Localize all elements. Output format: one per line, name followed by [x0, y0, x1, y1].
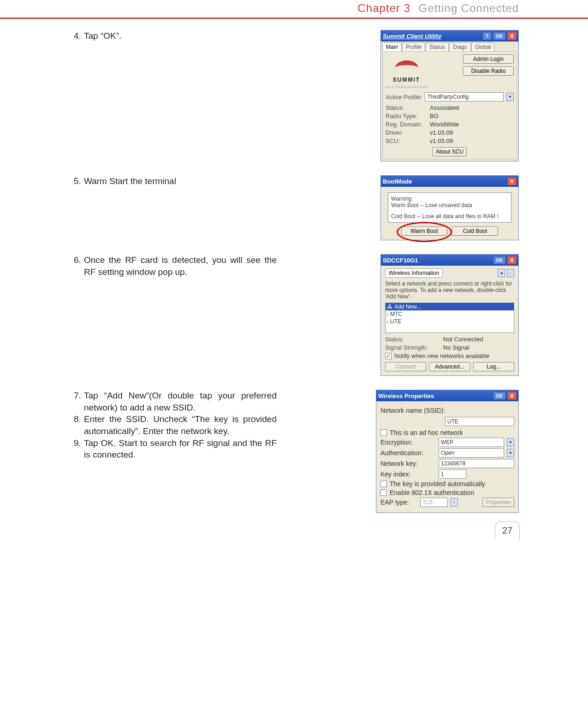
list-item-label: MTC: [390, 311, 402, 317]
tab-diags[interactable]: Diags: [449, 42, 471, 51]
step-7-row: 7. Tap “Add New”(Or double tap your pref…: [74, 390, 519, 513]
logo-subtext: DATA COMMUNICATIONS: [386, 86, 428, 89]
close-button[interactable]: X: [507, 32, 517, 40]
key-index-label: Key index:: [380, 470, 436, 478]
ok-button[interactable]: OK: [493, 392, 506, 400]
add-icon: 🖧: [387, 303, 392, 310]
about-scu-button[interactable]: About SCU: [433, 147, 467, 156]
summit-logo: [388, 54, 425, 74]
notify-label: Notify when new networks available: [394, 352, 489, 359]
adhoc-label: This is an ad hoc network: [390, 429, 463, 436]
signal-label: Signal Strength:: [385, 344, 440, 351]
step-4-row: 4. Tap “OK”. Summit Client Utility ? OK …: [74, 30, 519, 161]
network-list[interactable]: 🖧 Add New... 𝗂 MTC 𝗂 UTE: [385, 303, 514, 333]
chapter-label: Chapter 3: [357, 2, 410, 15]
connect-button[interactable]: Connect: [385, 362, 426, 371]
authentication-label: Authentication:: [380, 449, 436, 457]
wireless-properties-window: Wireless Properties OK X Network name (S…: [376, 390, 519, 513]
chapter-title: Getting Connected: [419, 2, 519, 15]
active-profile-label: Active Profile:: [386, 94, 422, 101]
bootmode-window: BootMode X Warning: Warm Boot -- Lose un…: [380, 175, 519, 240]
logo-text: SUMMIT: [393, 77, 420, 83]
driver-label: Driver:: [386, 129, 427, 136]
admin-login-button[interactable]: Admin Login: [463, 54, 514, 64]
sdccf-titlebar[interactable]: SDCCF10G1 OK X: [381, 255, 518, 266]
step-text: Tap “Add New”(Or double tap your preferr…: [84, 390, 277, 413]
ssid-field[interactable]: UTE: [445, 417, 514, 426]
auto-key-checkbox[interactable]: [380, 481, 387, 487]
window-title: BootMode: [383, 178, 506, 185]
close-button[interactable]: X: [507, 177, 517, 185]
sdccf-window: SDCCF10G1 OK X Wireless Information ◄ ▸ …: [380, 254, 519, 376]
chevron-down-icon[interactable]: ▼: [451, 498, 458, 506]
ok-button[interactable]: OK: [493, 32, 506, 40]
list-item-addnew[interactable]: 🖧 Add New...: [386, 303, 514, 310]
scu-version-label: SCU:: [386, 137, 427, 144]
arrow-left-icon[interactable]: ◄: [498, 269, 505, 277]
step-text: Once the RF card is detected, you will s…: [84, 254, 277, 278]
encryption-select[interactable]: WEP: [439, 438, 504, 447]
eap-type-label: EAP type:: [380, 499, 417, 506]
tab-global[interactable]: Global: [471, 42, 495, 51]
list-item[interactable]: 𝗂 MTC: [386, 310, 514, 318]
reg-domain-value: WorldWide: [430, 121, 459, 128]
network-key-field[interactable]: 12345678: [439, 459, 514, 468]
step-number: 8.: [74, 413, 84, 437]
step-6-row: 6. Once the RF card is detected, you wil…: [74, 254, 519, 376]
properties-button[interactable]: Properties: [482, 498, 514, 507]
authentication-select[interactable]: Open: [439, 448, 504, 458]
signal-value: No Signal: [443, 344, 469, 351]
close-button[interactable]: X: [507, 256, 517, 264]
step-number: 7.: [74, 390, 84, 413]
list-item-label: Add New...: [394, 303, 421, 310]
status-label: Status:: [386, 104, 427, 111]
tab-status[interactable]: Status: [426, 42, 449, 51]
reg-domain-label: Reg. Domain:: [386, 121, 427, 128]
window-title: SDCCF10G1: [383, 257, 492, 264]
cold-boot-button[interactable]: Cold Boot: [452, 226, 498, 236]
signal-icon: 𝗂: [387, 312, 388, 317]
window-title: Wireless Properties: [378, 393, 492, 399]
warm-boot-button[interactable]: Warm Boot: [401, 226, 447, 236]
warning-label: Warning:: [391, 196, 508, 202]
step-number: 4.: [74, 30, 84, 42]
ok-button[interactable]: OK: [493, 256, 506, 264]
advanced-button[interactable]: Advanced...: [429, 362, 470, 371]
adhoc-checkbox[interactable]: [380, 429, 387, 436]
encryption-label: Encryption:: [380, 439, 436, 446]
step-text: Tap “OK”.: [84, 30, 277, 42]
wprop-titlebar[interactable]: Wireless Properties OK X: [376, 390, 518, 401]
step-number: 5.: [74, 175, 84, 187]
scu-window: Summit Client Utility ? OK X Main Profil…: [380, 30, 519, 161]
enable-8021x-label: Enable 802.1X authentication: [390, 489, 474, 496]
tab-wireless-info[interactable]: Wireless Information: [385, 268, 443, 278]
disable-radio-button[interactable]: Disable Radio: [463, 66, 514, 76]
step-number: 6.: [74, 254, 84, 278]
driver-value: v1.03.09: [430, 129, 453, 136]
scu-titlebar[interactable]: Summit Client Utility ? OK X: [381, 30, 518, 42]
close-button[interactable]: X: [507, 392, 517, 400]
window-title: Summit Client Utility: [383, 33, 481, 40]
chevron-down-icon[interactable]: ▼: [506, 93, 514, 101]
log-button[interactable]: Log...: [473, 362, 514, 371]
enable-8021x-checkbox[interactable]: [380, 489, 387, 496]
chevron-down-icon[interactable]: ▼: [507, 449, 514, 457]
key-index-field[interactable]: 1: [439, 470, 466, 479]
ssid-label: Network name (SSID):: [380, 407, 514, 414]
list-item[interactable]: 𝗂 UTE: [386, 318, 514, 325]
active-profile-select[interactable]: ThirdPartyConfig: [425, 92, 504, 101]
step-text: Enter the SSID. Uncheck “The key is prov…: [84, 413, 277, 437]
step-number: 9.: [74, 437, 84, 461]
chevron-down-icon[interactable]: ▼: [507, 438, 514, 446]
step-text: Tap OK. Start to search for RF signal an…: [84, 437, 277, 461]
arrow-right-icon[interactable]: ▸: [507, 269, 514, 277]
tab-profile[interactable]: Profile: [402, 42, 425, 51]
notify-checkbox[interactable]: ✓: [385, 353, 392, 359]
bootmode-titlebar[interactable]: BootMode X: [381, 176, 518, 187]
tab-main[interactable]: Main: [382, 42, 402, 51]
warm-boot-msg: Warm Boot -- Lose unsaved data: [391, 202, 508, 208]
eap-type-select[interactable]: TLS: [420, 498, 448, 507]
signal-icon: 𝗂: [387, 319, 388, 324]
help-button[interactable]: ?: [482, 32, 492, 40]
radio-type-label: Radio Type:: [386, 113, 427, 119]
